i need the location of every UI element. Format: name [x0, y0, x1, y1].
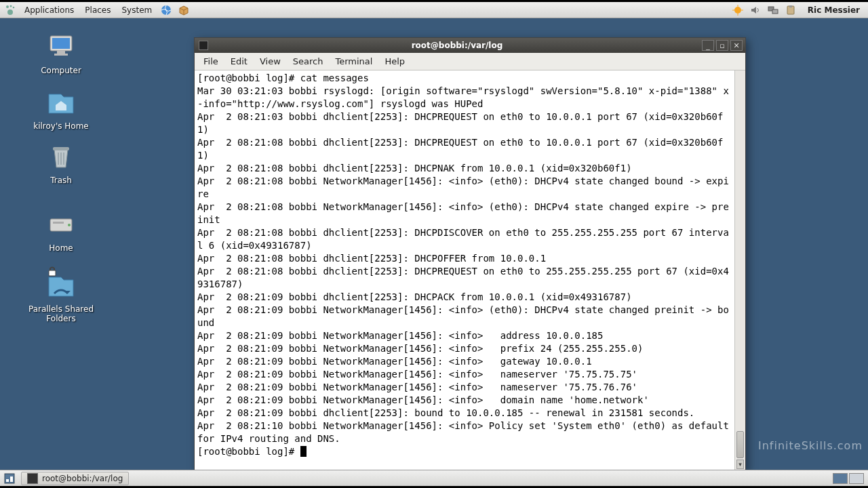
svg-rect-29 [10, 476, 13, 482]
menu-file[interactable]: File [197, 54, 224, 68]
svg-point-3 [7, 9, 13, 15]
svg-point-1 [10, 5, 12, 7]
weather-icon[interactable] [731, 3, 745, 17]
workspace-1[interactable] [833, 473, 848, 484]
terminal-title-icon [199, 41, 208, 50]
bottom-panel: root@bobbi:/var/log [0, 470, 868, 486]
top-panel: Applications Places System Ric Messier [0, 2, 868, 18]
lock-badge-icon [46, 265, 58, 277]
network-icon[interactable] [766, 3, 780, 17]
clipboard-icon[interactable] [784, 3, 797, 17]
window-title: root@bobbi:/var/log [212, 41, 702, 50]
desktop-icon-computer[interactable]: Computer [20, 30, 102, 75]
menu-places[interactable]: Places [79, 2, 116, 18]
drive-icon [45, 208, 77, 241]
taskbar-item-terminal[interactable]: root@bobbi:/var/log [21, 472, 129, 485]
gnome-foot-icon [4, 4, 16, 16]
svg-rect-17 [54, 54, 68, 56]
workspace-switcher[interactable] [831, 473, 864, 484]
desktop-icon-parallels[interactable]: Parallels Shared Folders [20, 269, 102, 323]
svg-rect-16 [57, 51, 65, 54]
terminal-window: root@bobbi:/var/log _ ▫ ✕ File Edit View… [194, 37, 746, 471]
menu-view[interactable]: View [254, 54, 287, 68]
svg-rect-11 [772, 9, 778, 14]
menu-terminal[interactable]: Terminal [329, 54, 378, 68]
browser-launcher-icon[interactable] [159, 3, 173, 17]
terminal-task-icon [27, 473, 38, 484]
user-menu[interactable]: Ric Messier [800, 5, 868, 15]
show-desktop-button[interactable] [3, 472, 16, 485]
package-launcher-icon[interactable] [177, 3, 191, 17]
menu-search[interactable]: Search [287, 54, 330, 68]
svg-rect-18 [53, 147, 69, 150]
svg-point-2 [13, 6, 15, 8]
volume-icon[interactable] [749, 3, 762, 17]
svg-rect-24 [53, 222, 64, 224]
window-close-button[interactable]: ✕ [730, 40, 743, 51]
svg-rect-26 [49, 270, 56, 276]
window-minimize-button[interactable]: _ [702, 40, 714, 51]
computer-icon [45, 30, 77, 63]
scrollbar-thumb[interactable] [736, 431, 744, 458]
shared-folder-icon [45, 269, 77, 302]
svg-rect-15 [52, 38, 70, 49]
desktop-icon-label: Trash [50, 176, 72, 185]
svg-rect-28 [6, 479, 9, 482]
window-titlebar[interactable]: root@bobbi:/var/log _ ▫ ✕ [195, 38, 745, 53]
desktop-icon-label: Computer [41, 66, 81, 75]
svg-rect-13 [789, 5, 792, 7]
trash-icon [45, 140, 77, 173]
menu-system[interactable]: System [116, 2, 157, 18]
window-maximize-button[interactable]: ▫ [716, 40, 728, 51]
desktop-icon-home[interactable]: Home [20, 208, 102, 253]
terminal-scrollbar[interactable]: ▾ [734, 70, 745, 470]
svg-point-0 [6, 5, 9, 8]
workspace-2[interactable] [849, 473, 864, 484]
desktop-icon-home-kilroy[interactable]: kilroy's Home [20, 86, 102, 131]
terminal-menubar: File Edit View Search Terminal Help [195, 53, 745, 70]
desktop[interactable]: Computer kilroy's Home Trash Home Parall… [0, 18, 868, 470]
scrollbar-down-arrow[interactable]: ▾ [736, 460, 744, 469]
desktop-icon-trash[interactable]: Trash [20, 140, 102, 185]
menu-applications[interactable]: Applications [19, 2, 79, 18]
watermark: InfiniteSkills.com [758, 439, 863, 452]
taskbar-item-label: root@bobbi:/var/log [42, 474, 123, 483]
desktop-icon-label: Home [49, 243, 73, 253]
desktop-icon-label: Parallels Shared Folders [28, 304, 94, 323]
svg-point-5 [734, 7, 741, 14]
desktop-icon-label: kilroy's Home [33, 121, 89, 131]
menu-edit[interactable]: Edit [224, 54, 254, 68]
menu-help[interactable]: Help [378, 54, 411, 68]
terminal-output[interactable]: [root@bobbi log]# cat messages Mar 30 03… [195, 70, 734, 470]
svg-point-23 [68, 224, 71, 226]
home-folder-icon [45, 86, 77, 119]
